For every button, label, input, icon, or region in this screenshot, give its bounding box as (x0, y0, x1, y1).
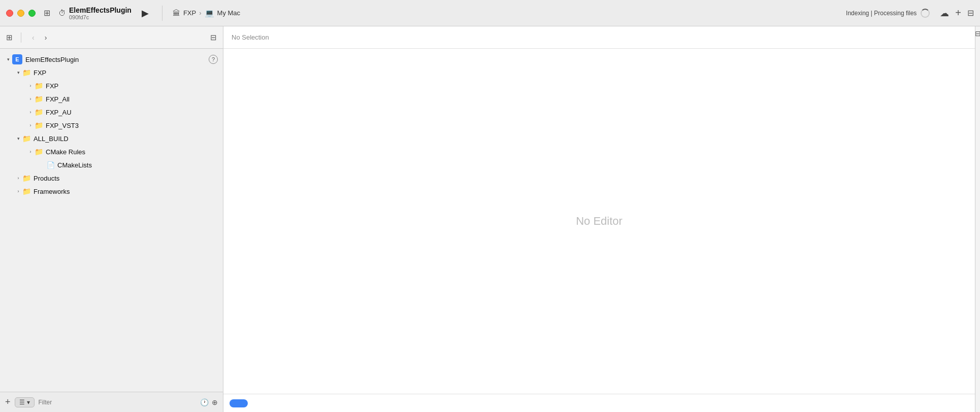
traffic-lights (6, 10, 36, 17)
cmake-rules-chevron (26, 148, 35, 156)
right-panel-toggle[interactable]: ⊟ (975, 29, 981, 38)
help-button[interactable]: ? (209, 55, 218, 64)
sidebar-item-fxp[interactable]: 📁 FXP (0, 79, 223, 92)
sidebar-item-fxp-vst3[interactable]: 📁 FXP_VST3 (0, 119, 223, 132)
products-chevron (14, 174, 22, 182)
cmake-rules-folder-icon: 📁 (35, 148, 43, 156)
main-area: ⊞ ‹ › ⊟ E ElemEffectsPlugin ? 📁 FXP (0, 26, 980, 412)
commit-hash: 090fd7c (69, 14, 89, 20)
frameworks-label: Frameworks (34, 188, 70, 195)
fxp-label: FXP (46, 82, 58, 90)
history-icon: ⏱ (58, 9, 66, 17)
fxp-chevron (26, 82, 35, 90)
editor-body: No Editor (223, 49, 975, 394)
blue-status-pill (230, 399, 248, 407)
cmakelists-file-icon: 📄 (47, 161, 55, 169)
root-icon-letter: E (15, 56, 19, 62)
frameworks-chevron (14, 187, 22, 195)
sidebar-tree: E ElemEffectsPlugin ? 📁 FXP 📁 FXP 📁 (0, 49, 223, 392)
fxp-all-folder-icon: 📁 (35, 95, 43, 103)
sidebar-item-products[interactable]: 📁 Products (0, 171, 223, 185)
root-icon: E (12, 54, 22, 64)
fxp-all-label: FXP_All (46, 95, 70, 103)
products-label: Products (34, 175, 59, 182)
all-build-chevron (14, 134, 22, 143)
fxp-all-chevron (26, 95, 35, 103)
project-name: ElemEffectsPlugin (69, 6, 132, 14)
sidebar: ⊞ ‹ › ⊟ E ElemEffectsPlugin ? 📁 FXP (0, 26, 223, 412)
sidebar-item-cmake-rules[interactable]: 📁 CMake Rules (0, 145, 223, 158)
root-item[interactable]: E ElemEffectsPlugin ? (0, 53, 223, 66)
root-chevron (4, 55, 12, 63)
sidebar-item-fxp-au[interactable]: 📁 FXP_AU (0, 106, 223, 119)
add-button[interactable]: + (955, 7, 961, 19)
inspector-toggle-button[interactable]: ⊟ (210, 33, 217, 42)
no-selection-label: No Selection (232, 33, 269, 41)
all-build-folder-icon: 📁 (22, 134, 31, 143)
breadcrumb-fxp[interactable]: FXP (183, 9, 196, 17)
history-filter-icon[interactable]: 🕐 (200, 398, 209, 406)
minimize-button[interactable] (17, 10, 24, 17)
breadcrumb-my-mac[interactable]: My Mac (217, 9, 241, 17)
split-view-button[interactable]: ⊟ (967, 8, 974, 18)
no-editor-label: No Editor (576, 215, 623, 228)
all-build-label: ALL_BUILD (34, 135, 69, 143)
filter-input[interactable] (39, 399, 196, 406)
cmake-rules-label: CMake Rules (46, 148, 85, 156)
fxp-vst3-label: FXP_VST3 (46, 122, 79, 129)
sidebar-item-fxp-all[interactable]: 📁 FXP_All (0, 92, 223, 106)
sidebar-item-all-build[interactable]: 📁 ALL_BUILD (0, 132, 223, 145)
footer-right-icons: 🕐 ⊕ (200, 398, 218, 406)
editor-footer (223, 394, 975, 412)
sidebar-toolbar: ⊞ ‹ › ⊟ (0, 26, 223, 49)
maximize-button[interactable] (28, 10, 36, 17)
right-panel: ⊟ (975, 26, 980, 412)
fxp-vst3-folder-icon: 📁 (35, 121, 43, 129)
fxp-au-folder-icon: 📁 (35, 108, 43, 116)
root-label: ElemEffectsPlugin (25, 56, 79, 63)
products-folder-icon: 📁 (22, 174, 31, 182)
status-text: Indexing | Processing files (846, 10, 917, 17)
sidebar-toggle-icon[interactable]: ⊞ (44, 8, 50, 18)
fxp-group-label: FXP (34, 69, 46, 77)
title-bar: ⊞ ⏱ ElemEffectsPlugin 090fd7c ▶ 🏛 FXP › … (0, 0, 980, 26)
nav-forward-button[interactable]: › (42, 32, 50, 43)
footer-add-button[interactable]: + (5, 397, 11, 407)
close-button[interactable] (6, 10, 13, 17)
fxp-vst3-chevron (26, 121, 35, 129)
editor-area: No Selection No Editor (223, 26, 975, 412)
sidebar-item-cmakelists[interactable]: 📄 CMakeLists (0, 158, 223, 171)
spinner-icon (921, 9, 930, 18)
title-separator (162, 6, 162, 21)
cmakelists-label: CMakeLists (57, 161, 92, 169)
frameworks-folder-icon: 📁 (22, 187, 31, 195)
project-title-area: ElemEffectsPlugin 090fd7c (69, 6, 132, 20)
sidebar-footer: + ☰ ▾ 🕐 ⊕ (0, 392, 223, 412)
fxp-folder-icon: 📁 (35, 82, 43, 90)
cloud-icon: ☁ (940, 8, 949, 19)
nav-back-button[interactable]: ‹ (29, 32, 37, 43)
fxp-group-folder-icon: 📁 (22, 68, 31, 77)
grid-view-icon[interactable]: ⊞ (6, 33, 13, 42)
sidebar-item-frameworks[interactable]: 📁 Frameworks (0, 185, 223, 198)
breadcrumb-separator: › (199, 9, 201, 17)
editor-header: No Selection (223, 26, 975, 49)
filter-dropdown[interactable]: ☰ ▾ (15, 397, 35, 407)
fxp-bank-icon: 🏛 (173, 9, 180, 17)
my-mac-icon: 💻 (205, 9, 214, 18)
toolbar-separator (21, 32, 21, 43)
filter-chevron-icon: ▾ (27, 399, 30, 406)
toolbar-left: ⊞ ‹ › (6, 32, 49, 43)
status-area: Indexing | Processing files (846, 9, 930, 18)
fxp-au-label: FXP_AU (46, 109, 72, 116)
fxp-au-chevron (26, 108, 35, 116)
add-filter-icon[interactable]: ⊕ (212, 398, 218, 406)
fxp-group-chevron (14, 68, 22, 77)
filter-label: ☰ (19, 399, 25, 406)
breadcrumb: 🏛 FXP › 💻 My Mac (173, 9, 240, 18)
play-button[interactable]: ▶ (142, 8, 149, 19)
sidebar-item-fxp-group[interactable]: 📁 FXP (0, 66, 223, 79)
